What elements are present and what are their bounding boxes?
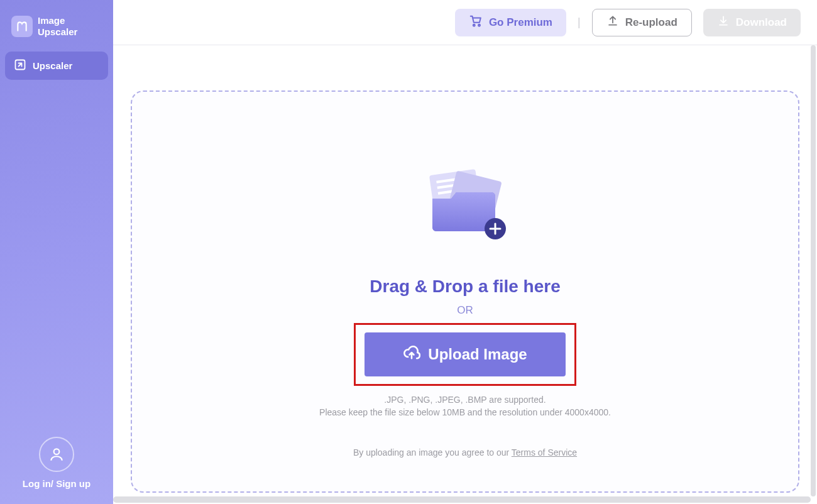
download-icon [717,14,730,30]
sidebar-item-upscaler[interactable]: Upscaler [5,52,108,80]
topbar: Go Premium | Re-upload Download [113,0,817,45]
upload-highlight: Upload Image [354,323,576,386]
topbar-divider: | [578,16,581,29]
main-area: Go Premium | Re-upload Download [113,0,817,504]
upload-image-button[interactable]: Upload Image [365,332,566,376]
brand-title: Image Upscaler [38,15,77,38]
reupload-button[interactable]: Re-upload [592,9,692,36]
login-label: Log in/ Sign up [23,478,90,489]
login-signup[interactable]: Log in/ Sign up [5,437,108,493]
svg-point-4 [478,25,480,26]
folder-upload-icon [421,167,509,241]
sidebar: Image Upscaler Upscaler Log in/ Sign up [0,0,113,504]
cloud-upload-icon [403,344,420,365]
logo-icon [11,16,33,37]
dropzone-or: OR [457,304,473,317]
upscale-icon [14,58,26,73]
svg-point-2 [54,449,60,454]
download-button[interactable]: Download [703,9,801,36]
upload-limits: Please keep the file size below 10MB and… [319,407,611,417]
tos-link[interactable]: Terms of Service [512,447,577,457]
svg-point-3 [473,25,475,26]
horizontal-scrollbar[interactable] [113,496,811,503]
sidebar-item-label: Upscaler [33,60,72,71]
dropzone-title: Drag & Drop a file here [370,277,560,297]
cart-icon [469,14,483,31]
dropzone[interactable]: Drag & Drop a file here OR Upload Image … [131,90,799,493]
vertical-scrollbar[interactable] [811,45,816,496]
go-premium-button[interactable]: Go Premium [455,9,566,36]
content: Drag & Drop a file here OR Upload Image … [113,45,817,504]
supported-formats: .JPG, .PNG, .JPEG, .BMP are supported. [384,395,546,405]
svg-point-0 [25,22,27,24]
brand-logo[interactable]: Image Upscaler [5,11,108,52]
avatar-icon [39,437,74,472]
tos-line: By uploading an image you agree to our T… [353,447,577,457]
upload-icon [606,14,619,30]
